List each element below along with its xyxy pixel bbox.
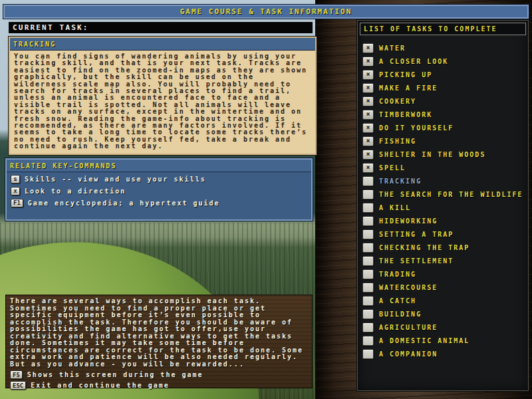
keycap-icon: ESC: [10, 381, 26, 390]
task-list-item[interactable]: A COMPANION: [358, 347, 528, 360]
task-list-item[interactable]: A DOMESTIC ANIMAL: [358, 334, 528, 347]
task-label: MAKE A FIRE: [379, 84, 438, 92]
key-command-row: s Skills -- view and use your skills: [7, 174, 311, 184]
task-checkbox[interactable]: ×: [362, 83, 374, 93]
keycap-icon: x: [11, 187, 20, 196]
task-list-item[interactable]: A KILL: [358, 201, 528, 214]
task-label: CHECKING THE TRAP: [379, 244, 469, 251]
page-title: GAME COURSE & TASK INFORMATION: [180, 7, 352, 16]
task-label: AGRICULTURE: [379, 324, 438, 331]
task-checkbox[interactable]: ×: [362, 110, 374, 120]
task-label: PICKING UP: [379, 71, 432, 78]
task-checkbox[interactable]: [362, 216, 374, 226]
task-checkbox[interactable]: [362, 323, 374, 332]
task-checkbox[interactable]: [362, 176, 374, 186]
task-label: THE SEARCH FOR THE WILDLIFE: [379, 191, 523, 198]
task-checkbox[interactable]: [362, 349, 374, 359]
task-list-item[interactable]: × COOKERY: [358, 94, 528, 108]
task-label: THE SETTLEMENT: [379, 257, 454, 265]
task-list-item[interactable]: AGRICULTURE: [358, 321, 528, 334]
task-list-item[interactable]: BUILDING: [358, 307, 528, 321]
key-command-label: Game encyclopedia; a hypertext guide: [28, 200, 220, 207]
tracking-panel-header: TRACKING: [10, 38, 315, 51]
task-label: TRADING: [379, 271, 416, 278]
task-list-item[interactable]: THE SEARCH FOR THE WILDLIFE: [358, 188, 528, 201]
task-checkbox[interactable]: ×: [362, 96, 374, 106]
key-command-label: Shows this screen during the game: [27, 371, 203, 378]
key-command-label: Look to a direction: [25, 188, 126, 195]
current-task-label: CURRENT TASK:: [13, 23, 89, 32]
task-label: WATER: [379, 45, 406, 52]
checkmark-x-icon: ×: [366, 164, 370, 171]
task-label: HIDEWORKING: [379, 217, 438, 225]
task-checkbox[interactable]: [362, 283, 374, 293]
task-label: FISHING: [379, 138, 416, 145]
task-checkbox[interactable]: ×: [362, 150, 374, 160]
key-command-label: Exit and continue the game: [31, 382, 170, 389]
info-panel: There are several ways to accomplish eac…: [5, 295, 313, 388]
checkmark-x-icon: ×: [366, 98, 370, 104]
tracking-description: You can find signs of wandering animals …: [10, 51, 315, 153]
task-list-item[interactable]: WATERCOURSE: [358, 281, 528, 294]
checkmark-x-icon: ×: [366, 71, 370, 78]
key-commands-panel: RELATED KEY-COMMANDS s Skills -- view an…: [5, 158, 313, 221]
task-label: SETTING A TRAP: [379, 231, 454, 238]
task-list-item[interactable]: TRACKING: [358, 174, 528, 188]
task-list-item[interactable]: A CATCH: [358, 294, 528, 307]
task-checkbox[interactable]: [362, 256, 374, 266]
task-list-item[interactable]: TRADING: [358, 267, 528, 281]
task-label: WATERCOURSE: [379, 284, 438, 291]
task-checkbox[interactable]: [362, 336, 374, 346]
task-list-item[interactable]: × FISHING: [358, 134, 528, 148]
task-label: A COMPANION: [379, 350, 438, 358]
task-checkbox[interactable]: ×: [362, 163, 374, 173]
task-label: TRACKING: [379, 178, 422, 185]
task-list-item[interactable]: × DO IT YOURSELF: [358, 121, 528, 134]
key-command-label: Skills -- view and use your skills: [25, 176, 206, 183]
task-list-item[interactable]: × PICKING UP: [358, 68, 528, 81]
task-list-title: LIST OF TASKS TO COMPLETE: [364, 25, 497, 33]
key-command-row: ESC Exit and continue the game: [10, 380, 308, 390]
task-checkbox[interactable]: [362, 243, 374, 253]
task-label: DO IT YOURSELF: [379, 124, 454, 132]
task-list-item[interactable]: THE SETTLEMENT: [358, 254, 528, 267]
task-label: TIMBERWORK: [379, 111, 432, 118]
task-list-panel: LIST OF TASKS TO COMPLETE × WATER × A CL…: [357, 20, 529, 391]
key-commands-list: s Skills -- view and use your skills x L…: [7, 174, 311, 208]
task-list-item[interactable]: × WATER: [358, 41, 528, 55]
tracking-panel: TRACKING You can find signs of wandering…: [9, 37, 317, 155]
task-label: A KILL: [379, 204, 411, 211]
task-label: BUILDING: [379, 311, 422, 318]
checkmark-x-icon: ×: [366, 84, 370, 91]
task-label: SHELTER IN THE WOODS: [379, 151, 485, 158]
task-checkbox[interactable]: [362, 296, 374, 306]
key-commands-title: RELATED KEY-COMMANDS: [10, 162, 116, 170]
task-checkbox[interactable]: ×: [362, 70, 374, 80]
task-list-item[interactable]: × TIMBERWORK: [358, 108, 528, 121]
task-checkbox[interactable]: ×: [362, 43, 374, 53]
task-checkbox[interactable]: ×: [362, 136, 374, 146]
task-list-item[interactable]: × MAKE A FIRE: [358, 81, 528, 94]
current-task-bar: CURRENT TASK:: [9, 22, 313, 33]
task-list-items: × WATER × A CLOSER LOOK × PICKING UP × M…: [358, 41, 528, 360]
info-description: There are several ways to accomplish eac…: [10, 298, 308, 368]
task-checkbox[interactable]: ×: [362, 57, 374, 66]
key-command-row: x Look to a direction: [7, 186, 311, 196]
task-checkbox[interactable]: [362, 229, 374, 239]
task-list-item[interactable]: × A CLOSER LOOK: [358, 55, 528, 68]
task-checkbox[interactable]: ×: [362, 123, 374, 133]
task-list-item[interactable]: CHECKING THE TRAP: [358, 241, 528, 254]
task-checkbox[interactable]: [362, 309, 374, 319]
task-list-item[interactable]: HIDEWORKING: [358, 214, 528, 227]
checkmark-x-icon: ×: [366, 58, 370, 65]
task-list-item[interactable]: × SPELL: [358, 161, 528, 174]
task-checkbox[interactable]: [362, 269, 374, 279]
task-list-item[interactable]: × SHELTER IN THE WOODS: [358, 148, 528, 161]
task-list-header: LIST OF TASKS TO COMPLETE: [360, 23, 526, 35]
task-list-item[interactable]: SETTING A TRAP: [358, 227, 528, 241]
key-command-row: F1 Game encyclopedia; a hypertext guide: [7, 198, 311, 208]
checkmark-x-icon: ×: [366, 151, 370, 158]
task-label: A CATCH: [379, 297, 416, 305]
task-checkbox[interactable]: [362, 190, 374, 200]
task-checkbox[interactable]: [362, 203, 374, 213]
